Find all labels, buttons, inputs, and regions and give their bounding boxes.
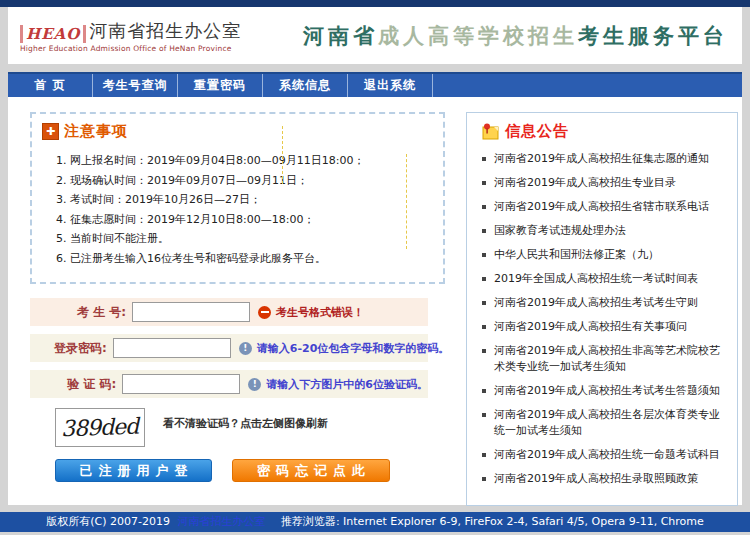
bulletin-title: 信息公告 bbox=[505, 122, 569, 141]
footer-divider-strip bbox=[0, 505, 750, 512]
right-column: 信息公告 河南省2019年成人高校招生征集志愿的通知 河南省2019年成人高校招… bbox=[466, 112, 738, 505]
dotted-divider bbox=[406, 154, 407, 249]
footer: 版权所有(C) 2007-2019 河南省招生办公室 推荐浏览器: Intern… bbox=[0, 512, 750, 532]
candidate-number-error: 考生号格式错误！ bbox=[276, 305, 364, 320]
dotted-divider bbox=[282, 126, 283, 184]
page: HEAO 河南省招生办公室 Higher Education Admission… bbox=[0, 0, 750, 535]
bulletin-item[interactable]: 河南省2019年成人高校招生专业目录 bbox=[481, 175, 725, 191]
buttons-row: 已注册用户登录 密码忘记点此重置 bbox=[30, 459, 445, 482]
bulletin-box-title: 信息公告 bbox=[481, 122, 725, 141]
main-content: ✚ 注意事项 1. 网上报名时间：2019年09月04日8:00—09月11日1… bbox=[8, 97, 742, 505]
page-title-part1: 河南省 bbox=[303, 24, 378, 48]
notice-item: 1. 网上报名时间：2019年09月04日8:00—09月11日18:00； bbox=[56, 151, 433, 171]
captcha-image-row: 389ded 看不清验证码？点击左侧图像刷新 bbox=[30, 408, 445, 447]
nav-band: 首 页 考生号查询 重置密码 系统信息 退出系统 bbox=[0, 72, 750, 97]
nav-item-system-info[interactable]: 系统信息 bbox=[263, 74, 348, 97]
password-hint: 请输入6-20位包含字母和数字的密码。 bbox=[257, 341, 450, 356]
copyright-text: 版权所有(C) 2007-2019 bbox=[46, 515, 170, 528]
nav-item-home[interactable]: 首 页 bbox=[8, 74, 93, 97]
bulletin-item[interactable]: 河南省2019年成人高校招生征集志愿的通知 bbox=[481, 151, 725, 167]
top-navy-bar bbox=[0, 0, 750, 7]
password-input[interactable] bbox=[113, 338, 231, 358]
nav-item-exit-system[interactable]: 退出系统 bbox=[348, 74, 433, 97]
captcha-image[interactable]: 389ded bbox=[55, 408, 145, 447]
captcha-label: 验 证 码: bbox=[54, 376, 116, 393]
notice-item: 5. 当前时间不能注册。 bbox=[56, 229, 433, 249]
bulletin-item[interactable]: 河南省2019年成人高校招生省辖市联系电话 bbox=[481, 199, 725, 215]
candidate-number-label: 考 生 号: bbox=[54, 304, 126, 321]
bulletin-item[interactable]: 河南省2019年成人高校招生录取照顾政策 bbox=[481, 471, 725, 487]
notice-item: 6. 已注册考生输入16位考生号和密码登录此服务平台。 bbox=[56, 249, 433, 269]
main-nav: 首 页 考生号查询 重置密码 系统信息 退出系统 bbox=[8, 72, 742, 97]
notice-item: 3. 考试时间：2019年10月26日—27日； bbox=[56, 190, 433, 210]
note-pushpin-icon bbox=[481, 122, 500, 141]
captcha-row: 验 证 码: ! 请输入下方图片中的6位验证码。 bbox=[30, 370, 428, 398]
bulletin-item[interactable]: 河南省2019年成人高校招生非高等艺术院校艺术类专业统一加试考生须知 bbox=[481, 343, 725, 375]
left-column: ✚ 注意事项 1. 网上报名时间：2019年09月04日8:00—09月11日1… bbox=[30, 112, 445, 505]
nav-filler bbox=[433, 74, 742, 97]
notice-item: 4. 征集志愿时间：2019年12月10日8:00—18:00； bbox=[56, 210, 433, 230]
login-button[interactable]: 已注册用户登录 bbox=[55, 459, 212, 482]
page-title: 河南省成人高等学校招生考生服务平台 bbox=[303, 22, 728, 50]
notice-box: ✚ 注意事项 1. 网上报名时间：2019年09月04日8:00—09月11日1… bbox=[30, 112, 445, 284]
bulletin-item[interactable]: 国家教育考试违规处理办法 bbox=[481, 223, 725, 239]
login-form: 考 生 号: 考生号格式错误！ 登录密码: ! 请输入6-20位包含字母和数字的… bbox=[30, 298, 445, 482]
password-label: 登录密码: bbox=[54, 340, 107, 357]
page-title-part3: 考生服务平台 bbox=[578, 24, 728, 48]
info-icon: ! bbox=[239, 342, 252, 355]
notice-box-title: ✚ 注意事项 bbox=[42, 122, 433, 141]
captcha-characters: 389ded bbox=[61, 414, 139, 442]
header-band: HEAO 河南省招生办公室 Higher Education Admission… bbox=[0, 7, 750, 64]
header: HEAO 河南省招生办公室 Higher Education Admission… bbox=[8, 7, 742, 64]
bulletin-list: 河南省2019年成人高校招生征集志愿的通知 河南省2019年成人高校招生专业目录… bbox=[481, 151, 725, 487]
office-link[interactable]: 河南省招生办公室 bbox=[177, 515, 265, 528]
captcha-input[interactable] bbox=[122, 374, 240, 394]
content-band: ✚ 注意事项 1. 网上报名时间：2019年09月04日8:00—09月11日1… bbox=[0, 97, 750, 505]
heao-logo-icon: HEAO bbox=[20, 25, 86, 43]
bulletin-item[interactable]: 河南省2019年成人高校招生考试考生答题须知 bbox=[481, 383, 725, 399]
logo-office-name-en: Higher Education Admission Office of HeN… bbox=[20, 44, 241, 53]
bulletin-item[interactable]: 河南省2019年成人高校招生考试考生守则 bbox=[481, 295, 725, 311]
logo-office-name: 河南省招生办公室 bbox=[89, 19, 241, 43]
bulletin-item[interactable]: 2019年全国成人高校招生统一考试时间表 bbox=[481, 271, 725, 287]
candidate-number-row: 考 生 号: 考生号格式错误！ bbox=[30, 298, 428, 326]
password-row: 登录密码: ! 请输入6-20位包含字母和数字的密码。 bbox=[30, 334, 428, 362]
bulletin-item[interactable]: 中华人民共和国刑法修正案（九） bbox=[481, 247, 725, 263]
bulletin-item[interactable]: 河南省2019年成人高校招生有关事项问 bbox=[481, 319, 725, 335]
notice-list: 1. 网上报名时间：2019年09月04日8:00—09月11日18:00； 2… bbox=[42, 151, 433, 268]
info-icon: ! bbox=[248, 378, 261, 391]
notice-title: 注意事项 bbox=[64, 122, 128, 141]
nav-item-candidate-number-query[interactable]: 考生号查询 bbox=[93, 74, 178, 97]
site-logo[interactable]: HEAO 河南省招生办公室 Higher Education Admission… bbox=[20, 19, 241, 53]
recommended-browsers: 推荐浏览器: Internet Explorer 6-9, FireFox 2-… bbox=[281, 515, 704, 528]
bulletin-item[interactable]: 河南省2019年成人高校招生各层次体育类专业统一加试考生须知 bbox=[481, 407, 725, 439]
bulletin-item[interactable]: 河南省2019年成人高校招生统一命题考试科目 bbox=[481, 447, 725, 463]
candidate-number-input[interactable] bbox=[132, 302, 250, 322]
notice-item: 2. 现场确认时间：2019年09月07日—09月11日； bbox=[56, 171, 433, 191]
bulletin-box: 信息公告 河南省2019年成人高校招生征集志愿的通知 河南省2019年成人高校招… bbox=[466, 112, 738, 506]
captcha-hint: 请输入下方图片中的6位验证码。 bbox=[266, 377, 428, 392]
error-icon bbox=[258, 306, 271, 319]
notice-plus-icon: ✚ bbox=[42, 123, 59, 140]
nav-item-reset-password[interactable]: 重置密码 bbox=[178, 74, 263, 97]
page-title-part2: 成人高等学校招生 bbox=[378, 24, 578, 48]
captcha-refresh-hint: 看不清验证码？点击左侧图像刷新 bbox=[163, 416, 328, 431]
header-divider-strip bbox=[0, 64, 750, 72]
reset-password-button[interactable]: 密码忘记点此重置 bbox=[232, 459, 390, 482]
